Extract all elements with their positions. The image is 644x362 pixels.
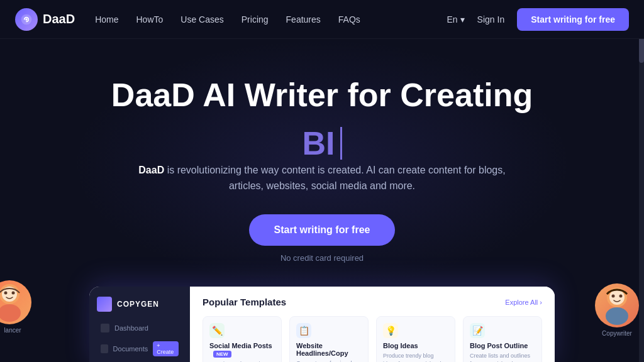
chevron-down-icon: ▾ bbox=[460, 14, 465, 25]
new-badge: NEW bbox=[213, 351, 231, 358]
nav-features[interactable]: Features bbox=[286, 14, 321, 25]
right-user-avatar: Copywriter bbox=[595, 283, 639, 337]
nav-faqs[interactable]: FAQs bbox=[338, 14, 360, 25]
template-blog-outline[interactable]: 📝 Blog Post Outline Create lists and out… bbox=[463, 316, 542, 362]
svg-point-5 bbox=[12, 292, 15, 295]
cta-area: Start writing for free No credit card re… bbox=[13, 214, 631, 263]
hero-title-line2: BI bbox=[13, 124, 631, 162]
navbar: DaaD Home HowTo Use Cases Pricing Featur… bbox=[0, 0, 644, 39]
explore-all-link[interactable]: Explore All › bbox=[505, 299, 542, 306]
blog-ideas-icon: 💡 bbox=[383, 323, 398, 338]
svg-point-4 bbox=[4, 292, 8, 295]
left-user-avatar: lancer bbox=[0, 280, 38, 337]
template-desc-website: Generate professional copy for your webs… bbox=[296, 359, 362, 362]
sign-in-link[interactable]: Sign In bbox=[477, 14, 505, 25]
hero-section: DaaD AI Writer for Creating BI DaaD is r… bbox=[0, 39, 644, 282]
nav-cta-button[interactable]: Start writing for free bbox=[517, 8, 629, 31]
nav-links: Home HowTo Use Cases Pricing Features FA… bbox=[95, 14, 447, 25]
dashboard-icon bbox=[101, 324, 109, 332]
sidebar-item-dashboard[interactable]: Dashboard bbox=[97, 321, 182, 336]
template-desc-social: Creative and engaging social media post … bbox=[209, 360, 275, 362]
hero-cta-button[interactable]: Start writing for free bbox=[249, 214, 396, 246]
right-avatar-label: Copywriter bbox=[602, 330, 632, 337]
no-credit-text: No credit card required bbox=[13, 253, 631, 263]
template-blog-ideas[interactable]: 💡 Blog Ideas Produce trendy blog ideas f… bbox=[376, 316, 455, 362]
template-desc-blog-ideas: Produce trendy blog ideas for your artic… bbox=[383, 352, 448, 362]
nav-home[interactable]: Home bbox=[95, 14, 118, 25]
website-copy-icon: 📋 bbox=[296, 323, 311, 338]
hero-description: DaaD is revolutionizing the way content … bbox=[133, 162, 511, 194]
svg-point-1 bbox=[25, 18, 27, 20]
template-website-copy[interactable]: 📋 Website Headlines/Copy Generate profes… bbox=[289, 316, 369, 362]
preview-card: COPYGEN Dashboard Documents + Create Dra… bbox=[89, 287, 555, 362]
hero-title-line1: DaaD AI Writer for Creating bbox=[13, 77, 631, 114]
blog-outline-icon: 📝 bbox=[470, 323, 485, 338]
preview-main: Popular Templates Explore All › ✏️ Socia… bbox=[190, 287, 555, 362]
left-avatar-image bbox=[0, 280, 31, 324]
template-name-blog-outline: Blog Post Outline bbox=[470, 342, 535, 349]
template-name-social: Social Media Posts NEW bbox=[209, 342, 275, 358]
svg-point-8 bbox=[609, 290, 625, 305]
svg-point-10 bbox=[619, 295, 623, 298]
copygen-logo bbox=[97, 297, 112, 312]
documents-icon bbox=[101, 344, 108, 353]
brand-name: DaaD bbox=[43, 12, 75, 26]
svg-point-11 bbox=[606, 307, 628, 325]
nav-pricing[interactable]: Pricing bbox=[242, 14, 269, 25]
popular-title: Popular Templates bbox=[203, 297, 286, 307]
popular-header: Popular Templates Explore All › bbox=[203, 297, 542, 307]
language-selector[interactable]: En ▾ bbox=[447, 14, 464, 25]
copygen-name: COPYGEN bbox=[117, 300, 159, 309]
preview-sidebar: COPYGEN Dashboard Documents + Create Dra… bbox=[89, 287, 190, 362]
template-name-website: Website Headlines/Copy bbox=[296, 342, 362, 357]
right-avatar-image bbox=[595, 283, 639, 327]
logo-icon bbox=[15, 8, 38, 31]
template-desc-blog-outline: Create lists and outlines for your artic… bbox=[470, 352, 535, 362]
svg-point-9 bbox=[612, 295, 615, 298]
template-name-blog-ideas: Blog Ideas bbox=[383, 342, 448, 349]
svg-point-6 bbox=[0, 304, 21, 322]
sidebar-item-documents[interactable]: Documents + Create bbox=[97, 338, 182, 359]
left-avatar-label: lancer bbox=[0, 327, 38, 334]
nav-right: En ▾ Sign In Start writing for free bbox=[447, 8, 629, 31]
logo[interactable]: DaaD bbox=[15, 8, 75, 31]
text-cursor bbox=[340, 127, 342, 160]
nav-howto[interactable]: HowTo bbox=[136, 14, 164, 25]
create-badge[interactable]: + Create bbox=[153, 341, 179, 356]
nav-use-cases[interactable]: Use Cases bbox=[180, 14, 223, 25]
arrow-right-icon: › bbox=[540, 299, 542, 306]
templates-grid: ✏️ Social Media Posts NEW Creative and e… bbox=[203, 316, 542, 362]
social-media-icon: ✏️ bbox=[209, 323, 225, 338]
copygen-header: COPYGEN bbox=[97, 297, 182, 312]
template-social-media[interactable]: ✏️ Social Media Posts NEW Creative and e… bbox=[203, 316, 282, 362]
